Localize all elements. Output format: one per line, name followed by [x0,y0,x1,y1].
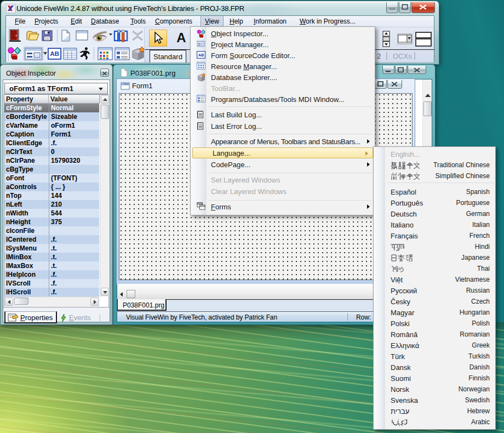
svg-text:AB: AB [198,53,204,58]
svg-text:AB: AB [50,50,59,57]
